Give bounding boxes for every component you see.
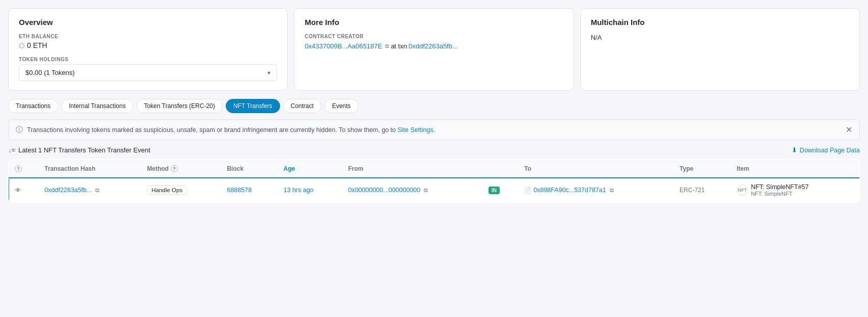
tx-hash-link[interactable]: 0xddf2263a5fb... (44, 187, 92, 194)
tab-token-transfers[interactable]: Token Transfers (ERC-20) (137, 99, 223, 113)
row-eye-cell: 👁 (9, 178, 39, 203)
at-txn-text: at txn (391, 42, 407, 50)
block-link[interactable]: 6888578 (227, 187, 252, 194)
col-to: To (518, 160, 673, 178)
copy-tx-hash-icon[interactable]: ⧉ (95, 187, 99, 193)
row-type-cell: ERC-721 (673, 178, 730, 203)
info-circle-icon: ⓘ (16, 125, 23, 135)
contract-creator-link[interactable]: 0x4337009B...Aa065187E (305, 42, 382, 50)
copy-to-icon[interactable]: ⧉ (610, 187, 614, 194)
contract-creator-row: 0x4337009B...Aa065187E ⧉ at txn 0xddf226… (305, 42, 563, 50)
row-item-cell: NFT NFT: SimpleNFT#57 NFT: SimpleNFT (730, 178, 859, 203)
row-block-cell: 6888578 (221, 178, 277, 203)
table-row: 👁 0xddf2263a5fb... ⧉ Handle Ops 6888578 … (9, 178, 860, 203)
download-icon: ⬇ (792, 146, 797, 154)
erc-type-badge: ERC-721 (680, 187, 704, 194)
col-block: Block (221, 160, 277, 178)
eth-balance-row: ⬡ 0 ETH (19, 41, 277, 49)
col-from: From (342, 160, 482, 178)
alert-message: Transactions involving tokens marked as … (27, 126, 435, 134)
row-to-cell: 📄 0x898FA90c...537d787a1 ⧉ (518, 178, 673, 203)
sort-icon: ↓≡ (8, 146, 15, 154)
copy-icon[interactable]: ⧉ (385, 43, 389, 49)
col-eye: ? (9, 160, 39, 178)
row-age-cell: 13 hrs ago (278, 178, 342, 203)
token-holdings-value: $0.00 (1 Tokens) (25, 69, 75, 76)
table-header-text: Latest 1 NFT Transfers Token Transfer Ev… (18, 146, 150, 154)
method-badge: Handle Ops (147, 186, 187, 195)
document-icon: 📄 (524, 187, 531, 194)
row-direction-cell: IN (482, 178, 518, 203)
direction-badge: IN (489, 187, 500, 194)
row-from-cell: 0x00000000...000000000 ⧉ (342, 178, 482, 203)
nft-transfers-table: ? Transaction Hash Method ? Block Age Fr… (8, 159, 860, 203)
eth-icon: ⬡ (19, 42, 24, 49)
copy-from-icon[interactable]: ⧉ (424, 187, 428, 193)
download-page-data-button[interactable]: ⬇ Download Page Data (792, 146, 860, 154)
multichain-card: Multichain Info N/A (580, 8, 860, 91)
close-alert-button[interactable]: ✕ (846, 125, 852, 135)
tab-nft-transfers[interactable]: NFT Transfers (226, 99, 280, 113)
table-header-row: ↓≡ Latest 1 NFT Transfers Token Transfer… (8, 146, 860, 154)
more-info-title: More Info (305, 18, 563, 27)
token-holdings-dropdown[interactable]: $0.00 (1 Tokens) ▾ (19, 64, 277, 81)
site-settings-link[interactable]: Site Settings (397, 126, 433, 134)
col-item: Item (730, 160, 859, 178)
to-address-link[interactable]: 0x898FA90c...537d787a1 (533, 187, 606, 194)
row-tx-hash-cell: 0xddf2263a5fb... ⧉ (38, 178, 141, 203)
table-header-row-cols: ? Transaction Hash Method ? Block Age Fr… (9, 160, 860, 178)
txn-link[interactable]: 0xddf2263a5fb... (409, 42, 458, 50)
tab-transactions[interactable]: Transactions (8, 99, 58, 113)
age-text[interactable]: 13 hrs ago (284, 187, 314, 194)
more-info-card: More Info CONTRACT CREATOR 0x4337009B...… (294, 8, 574, 91)
tab-internal-transactions[interactable]: Internal Transactions (61, 99, 133, 113)
alert-left: ⓘ Transactions involving tokens marked a… (16, 125, 435, 135)
token-holdings-label: TOKEN HOLDINGS (19, 57, 277, 62)
nft-badge-icon: NFT (737, 184, 748, 196)
col-tx-hash: Transaction Hash (38, 160, 141, 178)
multichain-value: N/A (591, 34, 849, 41)
from-address-link[interactable]: 0x00000000...000000000 (348, 187, 420, 194)
overview-title: Overview (19, 18, 277, 27)
item-name: NFT: SimpleNFT#57 (751, 183, 808, 191)
overview-card: Overview ETH BALANCE ⬡ 0 ETH TOKEN HOLDI… (8, 8, 288, 91)
alert-banner: ⓘ Transactions involving tokens marked a… (8, 119, 860, 140)
tab-events[interactable]: Events (324, 99, 359, 113)
table-header-left: ↓≡ Latest 1 NFT Transfers Token Transfer… (8, 146, 150, 154)
tabs-bar: Transactions Internal Transactions Token… (0, 99, 868, 119)
col-direction (482, 160, 518, 178)
contract-creator-label: CONTRACT CREATOR (305, 34, 563, 39)
chevron-down-icon: ▾ (267, 69, 270, 76)
row-method-cell: Handle Ops (141, 178, 221, 203)
question-icon[interactable]: ? (15, 165, 22, 172)
multichain-title: Multichain Info (591, 18, 849, 27)
eye-icon[interactable]: 👁 (15, 187, 21, 194)
col-type: Type (673, 160, 730, 178)
eth-balance-label: ETH BALANCE (19, 34, 277, 39)
tab-contract[interactable]: Contract (283, 99, 321, 113)
col-method: Method ? (141, 160, 221, 178)
table-section: ↓≡ Latest 1 NFT Transfers Token Transfer… (8, 146, 860, 203)
col-age: Age (278, 160, 342, 178)
method-help-icon[interactable]: ? (171, 165, 178, 172)
item-subtext: NFT: SimpleNFT (751, 191, 808, 197)
download-label: Download Page Data (800, 147, 860, 154)
eth-balance-value: 0 ETH (27, 41, 47, 49)
